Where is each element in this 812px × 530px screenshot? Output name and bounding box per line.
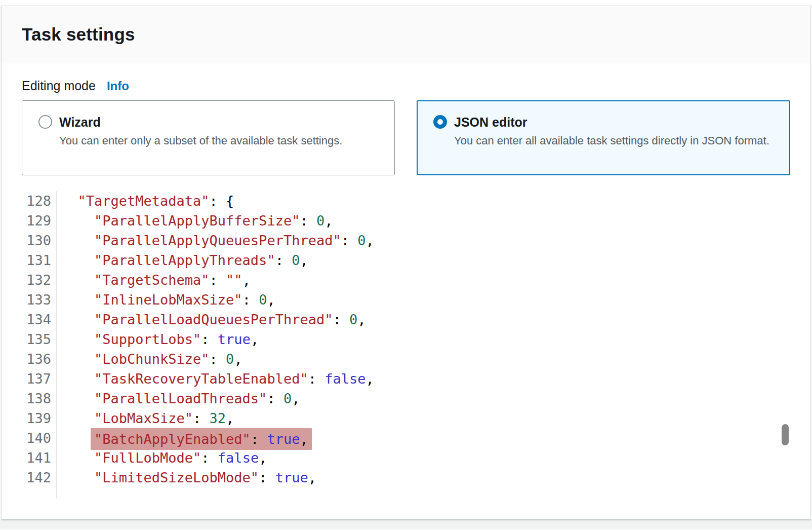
line-content: "FullLobMode": false, bbox=[56, 448, 810, 468]
colon: : bbox=[210, 193, 226, 209]
code-text: "LimitedSizeLobMode": true, bbox=[94, 468, 316, 487]
code-line-140[interactable]: 140"BatchApplyEnabled": true, bbox=[2, 428, 810, 448]
line-number: 131 bbox=[2, 250, 51, 270]
code-line-138[interactable]: 138"ParallelLoadThreads": 0, bbox=[2, 389, 810, 408]
code-line-137[interactable]: 137"TaskRecoveryTableEnabled": false, bbox=[2, 369, 810, 389]
line-number: 128 bbox=[2, 191, 51, 211]
line-content: "ParallelLoadQueuesPerThread": 0, bbox=[56, 310, 810, 329]
code-text: "ParallelApplyThreads": 0, bbox=[94, 250, 308, 270]
json-key: "ParallelApplyThreads" bbox=[94, 252, 275, 268]
colon: : bbox=[242, 292, 259, 308]
json-value: true bbox=[267, 431, 300, 447]
line-number: 139 bbox=[2, 408, 51, 428]
radio-card-json-editor[interactable]: JSON editor You can enter all available … bbox=[417, 100, 790, 175]
line-content: "LobChunkSize": 0, bbox=[56, 349, 810, 369]
json-value: 0 bbox=[259, 292, 267, 308]
line-number: 138 bbox=[2, 389, 51, 408]
json-key: "InlineLobMaxSize" bbox=[94, 292, 242, 308]
json-key: "BatchApplyEnabled" bbox=[94, 431, 251, 447]
code-line-128[interactable]: 128"TargetMetadata": { bbox=[2, 191, 810, 211]
code-text: "TargetSchema": "", bbox=[94, 270, 251, 290]
page-bottom-strip bbox=[0, 519, 812, 529]
json-value: 0 bbox=[316, 213, 324, 229]
code-line-142[interactable]: 142"LimitedSizeLobMode": true, bbox=[2, 468, 810, 487]
wizard-radio-button[interactable] bbox=[38, 115, 52, 129]
colon: : bbox=[210, 351, 226, 367]
code-line-130[interactable]: 130"ParallelApplyQueuesPerThread": 0, bbox=[2, 231, 810, 250]
line-content: "ParallelApplyBufferSize": 0, bbox=[56, 211, 810, 231]
code-text: "ParallelLoadQueuesPerThread": 0, bbox=[94, 310, 366, 329]
colon: : bbox=[308, 371, 325, 387]
code-text: "TargetMetadata": { bbox=[78, 191, 234, 211]
comma: , bbox=[308, 470, 316, 485]
code-text: "LobChunkSize": 0, bbox=[94, 349, 242, 369]
json-key: "ParallelLoadQueuesPerThread" bbox=[94, 312, 333, 327]
colon: : bbox=[341, 233, 358, 248]
comma: , bbox=[234, 351, 242, 367]
json-key: "TargetSchema" bbox=[94, 272, 210, 288]
line-content: "LobMaxSize": 32, bbox=[56, 408, 810, 428]
json-key: "LobMaxSize" bbox=[94, 410, 193, 426]
line-content: "ParallelApplyQueuesPerThread": 0, bbox=[56, 231, 810, 250]
comma: , bbox=[292, 391, 300, 406]
editing-mode-options: Wizard You can enter only a subset of th… bbox=[22, 100, 790, 175]
code-line-133[interactable]: 133"InlineLobMaxSize": 0, bbox=[2, 290, 810, 310]
code-text: "ParallelLoadThreads": 0, bbox=[94, 389, 300, 408]
colon: : bbox=[267, 391, 283, 406]
colon: : bbox=[300, 213, 316, 229]
line-content: "TaskRecoveryTableEnabled": false, bbox=[56, 369, 810, 389]
code-line-135[interactable]: 135"SupportLobs": true, bbox=[2, 329, 810, 349]
line-number: 134 bbox=[2, 310, 51, 329]
json-value: 0 bbox=[226, 351, 234, 367]
code-text: "FullLobMode": false, bbox=[94, 448, 267, 468]
line-content: "ParallelApplyThreads": 0, bbox=[56, 250, 810, 270]
json-value: 0 bbox=[283, 391, 292, 406]
line-number: 132 bbox=[2, 270, 51, 290]
vertical-scrollbar-thumb[interactable] bbox=[782, 424, 789, 445]
code-text: "InlineLobMaxSize": 0, bbox=[94, 290, 275, 310]
json-code-editor[interactable]: 128"TargetMetadata": {129"ParallelApplyB… bbox=[2, 191, 810, 499]
json-editor-card-texts: JSON editor You can enter all available … bbox=[454, 113, 769, 163]
line-content-empty bbox=[56, 487, 810, 499]
code-line-141[interactable]: 141"FullLobMode": false, bbox=[2, 448, 810, 468]
json-editor-radio-button[interactable] bbox=[433, 115, 447, 129]
code-line-129[interactable]: 129"ParallelApplyBufferSize": 0, bbox=[2, 211, 810, 231]
comma: , bbox=[251, 331, 259, 347]
json-key: "ParallelApplyBufferSize" bbox=[94, 213, 300, 229]
colon: : bbox=[333, 312, 349, 327]
line-content: "SupportLobs": true, bbox=[56, 329, 810, 349]
json-value: 32 bbox=[210, 410, 226, 426]
line-content: "LimitedSizeLobMode": true, bbox=[56, 468, 810, 487]
comma: , bbox=[366, 371, 374, 387]
colon: : bbox=[210, 272, 226, 288]
line-number: 133 bbox=[2, 290, 51, 310]
code-line-134[interactable]: 134"ParallelLoadQueuesPerThread": 0, bbox=[2, 310, 810, 329]
json-value: 0 bbox=[357, 233, 366, 248]
code-line-132[interactable]: 132"TargetSchema": "", bbox=[2, 270, 810, 290]
editing-mode-row: Editing mode Info bbox=[22, 79, 790, 93]
radio-card-wizard[interactable]: Wizard You can enter only a subset of th… bbox=[22, 100, 395, 175]
line-content: "InlineLobMaxSize": 0, bbox=[56, 290, 810, 310]
page-title: Task settings bbox=[22, 24, 135, 45]
json-value: 0 bbox=[292, 252, 300, 268]
comma: , bbox=[242, 272, 251, 288]
line-content: "BatchApplyEnabled": true, bbox=[56, 428, 810, 448]
info-link[interactable]: Info bbox=[107, 79, 129, 93]
json-key: "LimitedSizeLobMode" bbox=[94, 470, 259, 485]
line-number: 135 bbox=[2, 329, 51, 349]
editing-mode-label: Editing mode bbox=[22, 79, 96, 93]
code-line-tail bbox=[2, 487, 810, 499]
code-text: "ParallelApplyQueuesPerThread": 0, bbox=[94, 231, 374, 250]
code-line-139[interactable]: 139"LobMaxSize": 32, bbox=[2, 408, 810, 428]
line-number: 140 bbox=[2, 428, 51, 448]
code-line-131[interactable]: 131"ParallelApplyThreads": 0, bbox=[2, 250, 810, 270]
line-content: "ParallelLoadThreads": 0, bbox=[56, 389, 810, 408]
code-line-136[interactable]: 136"LobChunkSize": 0, bbox=[2, 349, 810, 369]
colon: : bbox=[201, 331, 218, 347]
comma: , bbox=[259, 450, 267, 466]
colon: : bbox=[201, 450, 218, 466]
code-text: "ParallelApplyBufferSize": 0, bbox=[94, 211, 333, 231]
colon: : bbox=[275, 252, 292, 268]
json-editor-description: You can enter all available task setting… bbox=[454, 132, 769, 149]
comma: , bbox=[267, 292, 275, 308]
